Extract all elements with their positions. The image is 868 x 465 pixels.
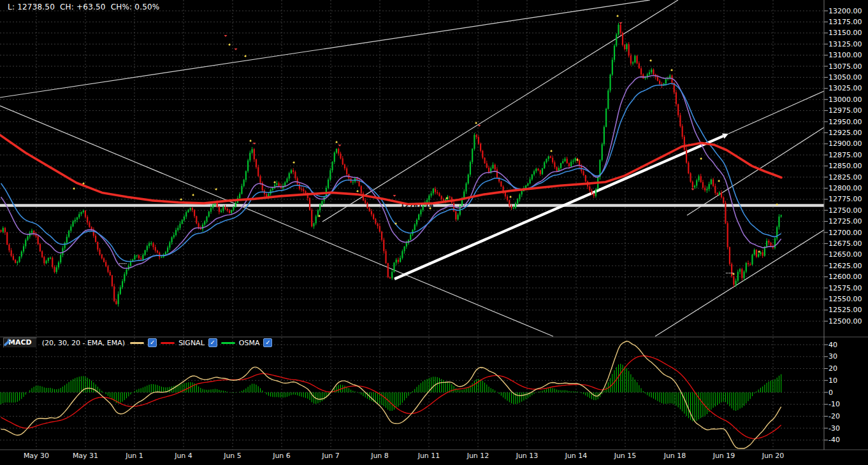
price-tick-label: 12975.00 bbox=[828, 106, 862, 115]
price-tick-label: 12600.00 bbox=[828, 273, 862, 281]
date-tick-label: Jun 13 bbox=[516, 452, 539, 460]
date-tick-label: Jun 6 bbox=[273, 452, 291, 460]
date-tick-label: Jun 7 bbox=[322, 452, 340, 460]
trading-chart-window: 12761.14 L:12738.50 CH:+63.50 CH%:0.50% … bbox=[0, 0, 868, 465]
date-tick-label: Jun 11 bbox=[418, 452, 440, 460]
date-tick-label: Jun 12 bbox=[467, 452, 489, 460]
date-tick-label: Jun 4 bbox=[175, 452, 192, 460]
date-tick-label: May 31 bbox=[73, 452, 98, 460]
macd-tick-label: -10 bbox=[828, 400, 840, 408]
macd-tick-label: -20 bbox=[828, 412, 840, 420]
price-tick-label: 12750.00 bbox=[828, 206, 862, 215]
price-tick-label: 12725.00 bbox=[828, 217, 862, 225]
macd-tick-label: 20 bbox=[828, 364, 837, 373]
macd-tick-label: 10 bbox=[828, 376, 837, 385]
price-tick-label: 13000.00 bbox=[828, 96, 862, 104]
date-tick-label: Jun 20 bbox=[762, 452, 785, 460]
macd-tick-label: 0 bbox=[828, 389, 833, 397]
macd-tick-label: 40 bbox=[828, 341, 837, 349]
price-tick-label: 13125.00 bbox=[828, 40, 862, 48]
chart-canvas[interactable]: 12761.14 bbox=[0, 0, 868, 465]
price-tick-label: 12850.00 bbox=[828, 162, 862, 170]
change-pct-value: 0.50% bbox=[134, 3, 159, 11]
date-tick-label: Jun 18 bbox=[664, 452, 686, 460]
date-tick-label: Jun 15 bbox=[614, 452, 637, 460]
status-bar: L:12738.50 CH:+63.50 CH%:0.50% bbox=[8, 3, 162, 11]
macd-tick-label: 30 bbox=[828, 352, 837, 361]
legend-checkbox-signal[interactable]: ✓ bbox=[208, 338, 217, 347]
legend-label-osma: OSMA bbox=[239, 339, 260, 347]
legend-label-signal: SIGNAL bbox=[178, 339, 205, 347]
price-tick-label: 12550.00 bbox=[828, 295, 862, 303]
macd-legend: MACD (20, 30, 20 - EMA, EMA) ✓SIGNAL✓OSM… bbox=[3, 338, 272, 348]
price-tick-label: 13175.00 bbox=[828, 18, 862, 26]
price-tick-label: 12500.00 bbox=[828, 317, 862, 326]
change-prefix: CH: bbox=[60, 3, 74, 11]
price-tick-label: 13150.00 bbox=[828, 29, 862, 37]
change-pct-prefix: CH%: bbox=[111, 3, 133, 11]
price-tick-label: 13025.00 bbox=[828, 84, 862, 92]
wrench-icon[interactable] bbox=[3, 338, 12, 347]
price-tick-label: 13100.00 bbox=[828, 51, 862, 59]
change-value: +63.50 bbox=[76, 3, 106, 11]
price-tick-label: 12925.00 bbox=[828, 129, 862, 137]
legend-checkbox-macd[interactable]: ✓ bbox=[148, 338, 157, 347]
macd-legend-items: ✓SIGNAL✓OSMA✓ bbox=[130, 338, 272, 347]
price-tick-label: 12800.00 bbox=[828, 184, 862, 192]
legend-swatch-macd bbox=[130, 342, 144, 344]
price-tick-label: 12650.00 bbox=[828, 250, 862, 259]
macd-tick-label: -30 bbox=[828, 424, 840, 433]
price-tick-label: 12525.00 bbox=[828, 306, 862, 314]
price-tick-label: 13050.00 bbox=[828, 73, 862, 82]
price-tick-label: 13075.00 bbox=[828, 62, 862, 71]
price-tick-label: 12775.00 bbox=[828, 195, 862, 203]
last-price-prefix: L: bbox=[8, 3, 15, 11]
date-tick-label: May 30 bbox=[24, 452, 49, 460]
legend-swatch-signal bbox=[161, 342, 175, 344]
price-tick-label: 12875.00 bbox=[828, 151, 862, 159]
date-tick-label: Jun 19 bbox=[713, 452, 735, 460]
last-price-value: 12738.50 bbox=[17, 3, 55, 11]
date-tick-label: Jun 1 bbox=[126, 452, 143, 460]
price-tick-label: 12575.00 bbox=[828, 284, 862, 292]
macd-tick-label: -40 bbox=[828, 436, 840, 444]
price-tick-label: 12900.00 bbox=[828, 140, 862, 148]
price-tick-label: 12700.00 bbox=[828, 229, 862, 237]
legend-checkbox-osma[interactable]: ✓ bbox=[263, 338, 272, 347]
price-tick-label: 13200.00 bbox=[828, 7, 862, 15]
price-tick-label: 12675.00 bbox=[828, 240, 862, 248]
date-tick-label: Jun 5 bbox=[224, 452, 242, 460]
macd-params-label: (20, 30, 20 - EMA, EMA) bbox=[42, 339, 125, 347]
date-tick-label: Jun 14 bbox=[565, 452, 588, 460]
price-tick-label: 12625.00 bbox=[828, 262, 862, 270]
legend-swatch-osma bbox=[221, 342, 235, 344]
date-tick-label: Jun 8 bbox=[371, 452, 389, 460]
price-tick-label: 12950.00 bbox=[828, 118, 862, 126]
price-tick-label: 12825.00 bbox=[828, 173, 862, 182]
